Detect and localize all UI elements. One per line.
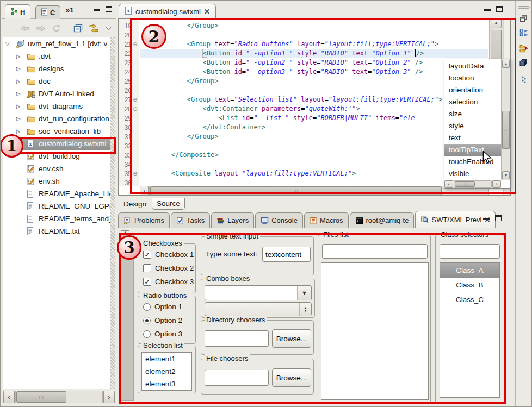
scroll-thumb[interactable]: ||| <box>16 391 66 403</box>
popup-item-visible[interactable]: visible <box>444 168 501 180</box>
maximize-button[interactable] <box>106 6 112 12</box>
collapse-all-icon[interactable] <box>73 24 83 33</box>
expand-arrow-icon[interactable]: ▽ <box>5 41 16 47</box>
tree-item-uvm-ref-flow-1-1-dvt-v[interactable]: ▽uvm_ref_flow_1.1 [dvt: v <box>3 37 115 50</box>
refresh-icon[interactable] <box>52 24 61 33</box>
bottom-tab-layers[interactable]: Layers <box>211 212 254 228</box>
editor-horizontal-scrollbar[interactable]: ‹ ||| <box>140 186 489 196</box>
files-listbox[interactable] <box>321 262 429 400</box>
editor-tab-customdialog[interactable]: x customdialog.swtxml ✕ <box>119 4 216 18</box>
checkbox-checkbox-3[interactable]: ✓Checkbox 3 <box>143 278 194 286</box>
minimize-button[interactable] <box>484 8 491 11</box>
tree-item-env-csh[interactable]: env.csh <box>3 162 115 175</box>
tab-overflow-indicator[interactable]: »1 <box>66 6 73 14</box>
expand-arrow-icon[interactable]: ▷ <box>16 128 27 134</box>
expand-arrow-icon[interactable]: ▷ <box>16 116 27 122</box>
file-path-field[interactable] <box>205 370 269 386</box>
list-item-class_b[interactable]: Class_B <box>440 278 499 292</box>
expand-arrow-icon[interactable]: ▷ <box>16 103 27 109</box>
tree-item-dvt[interactable]: ▷.dvt <box>3 50 115 62</box>
fold-marker-icon[interactable]: ⊖ <box>132 41 139 47</box>
list-item-element1[interactable]: element1 <box>142 353 191 365</box>
files-filter-field[interactable] <box>322 244 428 259</box>
simple-text-field[interactable] <box>262 247 311 262</box>
combo-dropdown[interactable]: ▼ <box>205 285 312 300</box>
drag-handle[interactable] <box>518 6 530 9</box>
scroll-thumb[interactable]: ||| <box>150 186 442 195</box>
code-area[interactable]: </Group> <Group text="Radio buttons" lay… <box>140 19 488 186</box>
outline-view-icon[interactable] <box>519 29 528 39</box>
tree-item-designs[interactable]: ▷designs <box>3 62 115 75</box>
bottom-tab-macros[interactable]: Macros <box>304 212 349 228</box>
fold-marker-icon[interactable]: ⊖ <box>132 106 139 112</box>
view-menu-icon[interactable] <box>105 26 112 30</box>
more-dots-icon[interactable] <box>521 76 527 86</box>
radio-option-1[interactable]: Option 1 <box>143 303 182 311</box>
link-with-editor-icon[interactable] <box>89 24 99 33</box>
expand-arrow-icon[interactable]: ▷ <box>16 53 27 59</box>
popup-item-touchenabled[interactable]: touchEnabled <box>444 156 501 168</box>
popup-item-layoutdata[interactable]: layoutData <box>444 60 501 72</box>
restore-view-icon[interactable] <box>519 15 528 24</box>
popup-item-tooltiptext[interactable]: toolTipText <box>444 144 501 156</box>
class-filter-field[interactable] <box>440 244 500 259</box>
tree-item-customdialog-swtxml[interactable]: xcustomdialog.swtxml <box>3 137 115 150</box>
scroll-right-button[interactable]: › <box>492 180 501 188</box>
minimize-button[interactable] <box>94 8 100 11</box>
list-item-class_c[interactable]: Class_C <box>440 292 499 307</box>
radio-icon[interactable] <box>143 303 151 311</box>
scroll-left-button[interactable]: ‹ <box>3 391 15 403</box>
maximize-button[interactable] <box>496 6 503 12</box>
scroll-left-button[interactable]: ‹ <box>444 180 453 188</box>
tree-vertical-scrollbar[interactable] <box>110 37 115 389</box>
minimize-button[interactable] <box>483 217 490 220</box>
scroll-thumb[interactable]: ≡ <box>502 111 510 149</box>
popup-item-selection[interactable]: selection <box>444 96 501 108</box>
stacked-views-icon[interactable] <box>519 58 528 68</box>
chevron-down-icon[interactable]: ▼ <box>297 286 311 300</box>
checked-checkbox-icon[interactable]: ✓ <box>143 251 151 259</box>
list-item-element2[interactable]: element2 <box>142 365 191 378</box>
radio-option-2[interactable]: Option 2 <box>143 316 182 324</box>
maximize-button[interactable] <box>495 215 502 221</box>
selection-listbox[interactable]: element1element2element3 <box>141 352 192 391</box>
bottom-tab-tasks[interactable]: Tasks <box>171 212 210 228</box>
class-listbox[interactable]: Class_AClass_BClass_C <box>440 262 500 398</box>
scroll-right-button[interactable]: › <box>103 391 115 403</box>
list-item-element3[interactable]: element3 <box>142 378 191 390</box>
tree-item-readme-gnu-lgpl[interactable]: README_GNU_LGPL_ <box>3 200 115 212</box>
radio-option-3[interactable]: Option 3 <box>143 330 182 338</box>
expand-arrow-icon[interactable]: ▷ <box>16 78 27 84</box>
tree-item-soc-verification-lib[interactable]: ▷soc_verification_lib <box>3 125 115 137</box>
browse-directory-button[interactable]: Browse... <box>272 329 311 348</box>
linked-folders-icon[interactable] <box>519 44 529 54</box>
bottom-tab-problems[interactable]: Problems <box>118 212 170 228</box>
scroll-down-button[interactable]: ▾ <box>502 171 510 179</box>
bottom-tab-root-amiq-te[interactable]: root@amiq-te <box>350 212 415 228</box>
popup-item-text[interactable]: text <box>444 132 501 144</box>
scroll-thumb[interactable]: ||| <box>455 181 475 187</box>
radio-icon[interactable] <box>143 330 151 338</box>
tab-design[interactable]: Design <box>119 199 151 210</box>
explorer-tab-hierarchy[interactable]: H <box>5 4 30 19</box>
forward-icon[interactable] <box>36 24 46 32</box>
list-item-class_a[interactable]: Class_A <box>440 263 499 278</box>
combo-spinner[interactable]: ▲▼ <box>205 302 312 316</box>
popup-horizontal-scrollbar[interactable]: ‹ ||| › <box>444 180 501 188</box>
scroll-up-button[interactable]: ▴ <box>491 20 502 28</box>
tree-horizontal-scrollbar[interactable]: ‹ ||| › <box>3 391 115 403</box>
popup-item-orientation[interactable]: orientation <box>444 84 501 96</box>
tree-item-doc[interactable]: ▷doc <box>3 75 115 87</box>
tree-item-readme-terms-and[interactable]: README_terms_and_ <box>3 212 115 225</box>
scroll-up-button[interactable]: ▴ <box>502 60 510 68</box>
checked-checkbox-icon[interactable]: ✓ <box>143 278 151 286</box>
popup-item-location[interactable]: location <box>444 72 501 84</box>
expand-arrow-icon[interactable]: ▷ <box>16 91 27 97</box>
tree-item-readme-apache-lic[interactable]: README_Apache_Lic <box>3 187 115 200</box>
tree-item-dvt-run-configuration[interactable]: ▷dvt_run_configuration <box>3 112 115 125</box>
tree-item-env-sh[interactable]: env.sh <box>3 175 115 187</box>
selected-radio-icon[interactable] <box>143 317 151 324</box>
popup-vertical-scrollbar[interactable]: ▴ ≡ ▾ <box>501 59 510 180</box>
unchecked-checkbox-icon[interactable] <box>143 264 151 272</box>
project-tree[interactable]: ▽uvm_ref_flow_1.1 [dvt: v▷.dvt▷designs▷d… <box>3 37 115 389</box>
